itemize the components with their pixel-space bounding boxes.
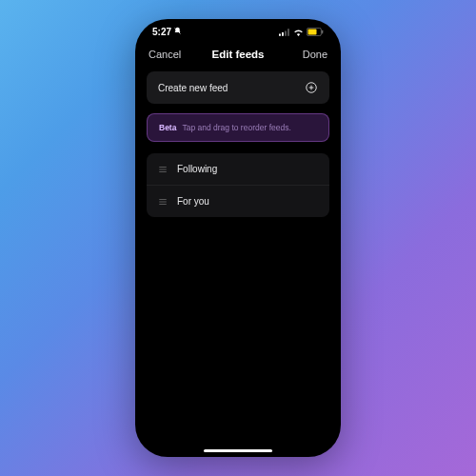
feed-label: For you <box>177 196 209 207</box>
create-new-feed-label: Create new feed <box>158 83 228 93</box>
drag-handle-icon[interactable] <box>158 197 168 207</box>
beta-banner: Beta Tap and drag to reorder feeds. <box>147 113 329 142</box>
signal-icon <box>279 29 290 36</box>
home-indicator[interactable] <box>204 449 272 453</box>
banner-message: Tap and drag to reorder feeds. <box>182 123 290 132</box>
drag-handle-icon[interactable] <box>158 165 168 174</box>
svg-rect-0 <box>279 33 281 35</box>
svg-rect-3 <box>288 29 289 36</box>
status-left: 5:27 <box>152 27 182 37</box>
feeds-list: Following For you <box>147 153 329 217</box>
done-button[interactable]: Done <box>289 49 327 60</box>
plus-circle-icon <box>305 81 318 94</box>
status-time: 5:27 <box>152 27 171 37</box>
svg-rect-5 <box>322 30 323 34</box>
wifi-icon <box>293 29 304 36</box>
svg-rect-2 <box>285 30 287 35</box>
page-title: Edit feeds <box>212 49 265 60</box>
battery-low-power-icon <box>307 28 324 36</box>
phone-frame: 5:27 Cancel Edit feeds Done Create new f… <box>135 19 341 457</box>
svg-rect-6 <box>308 30 317 35</box>
feed-label: Following <box>177 164 217 174</box>
bell-slash-icon <box>173 27 182 37</box>
content: Create new feed Beta Tap and drag to reo… <box>135 71 341 217</box>
status-bar: 5:27 <box>135 19 341 39</box>
beta-badge: Beta <box>159 123 176 132</box>
status-right <box>279 28 324 36</box>
feed-row[interactable]: Following <box>147 153 329 186</box>
cancel-button[interactable]: Cancel <box>149 49 187 60</box>
nav-bar: Cancel Edit feeds Done <box>135 39 341 71</box>
svg-rect-1 <box>282 32 284 36</box>
create-new-feed-button[interactable]: Create new feed <box>147 71 329 104</box>
feed-row[interactable]: For you <box>147 186 329 217</box>
